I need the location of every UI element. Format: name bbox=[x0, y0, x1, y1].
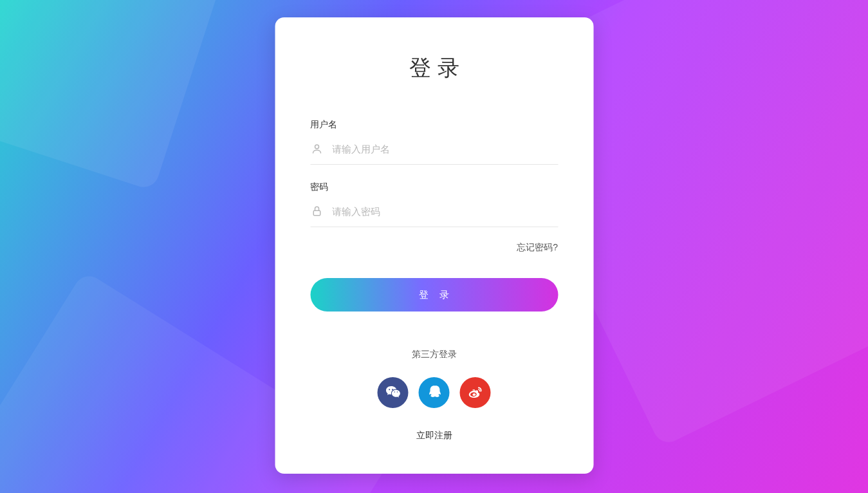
weibo-login-button[interactable] bbox=[460, 377, 491, 408]
username-label: 用户名 bbox=[310, 119, 558, 131]
svg-rect-1 bbox=[313, 210, 320, 216]
page-title: 登录 bbox=[310, 53, 558, 83]
username-input-wrap bbox=[310, 135, 558, 165]
social-login-row bbox=[310, 377, 558, 408]
qq-icon bbox=[427, 384, 442, 402]
wechat-login-button[interactable] bbox=[378, 377, 409, 408]
username-input[interactable] bbox=[332, 144, 558, 154]
password-label: 密码 bbox=[310, 181, 558, 193]
bg-shape bbox=[0, 0, 257, 191]
password-input-wrap bbox=[310, 197, 558, 227]
forgot-password-link[interactable]: 忘记密码? bbox=[517, 242, 558, 252]
login-card: 登录 用户名 密码 忘记密码? 登 录 第三方登录 bbox=[275, 17, 593, 474]
password-input[interactable] bbox=[332, 206, 558, 217]
username-field-group: 用户名 bbox=[310, 119, 558, 165]
password-field-group: 密码 bbox=[310, 181, 558, 227]
login-button[interactable]: 登 录 bbox=[310, 278, 558, 312]
qq-login-button[interactable] bbox=[419, 377, 450, 408]
svg-point-0 bbox=[315, 145, 319, 149]
user-icon bbox=[310, 142, 323, 155]
register-link[interactable]: 立即注册 bbox=[310, 430, 558, 442]
wechat-icon bbox=[385, 384, 402, 402]
lock-icon bbox=[310, 205, 323, 218]
weibo-icon bbox=[468, 384, 483, 402]
forgot-row: 忘记密码? bbox=[310, 241, 558, 254]
third-party-label: 第三方登录 bbox=[310, 349, 558, 360]
